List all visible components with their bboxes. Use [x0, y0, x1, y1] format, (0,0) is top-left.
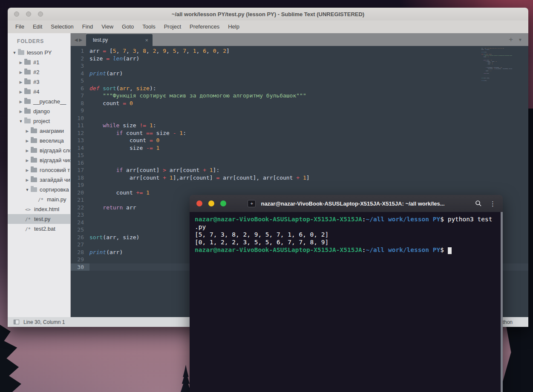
chevron-right-icon[interactable]: ▶ — [18, 70, 23, 74]
terminal-window-controls — [196, 200, 226, 206]
line-number: 23 — [71, 211, 89, 219]
chevron-right-icon[interactable]: ▶ — [18, 90, 23, 94]
chevron-right-icon[interactable]: ▶ — [25, 139, 30, 143]
chevron-down-icon[interactable]: ▼ — [18, 119, 23, 123]
menu-item-find[interactable]: Find — [78, 20, 97, 33]
line-number: 30 — [71, 263, 89, 271]
terminal-titlebar[interactable]: + nazar@nazar-VivoBook-ASUSLaptop-X515JA… — [190, 195, 503, 212]
terminal-minimize-button[interactable] — [208, 200, 214, 206]
chevron-right-icon[interactable]: ▶ — [25, 158, 30, 163]
sidebar-item[interactable]: ▼lesson PY — [8, 48, 70, 57]
sidebar-item[interactable]: <>index.html — [8, 204, 70, 214]
tab-testpy[interactable]: test.py × — [86, 34, 153, 46]
chevron-right-icon[interactable]: ▶ — [25, 178, 30, 182]
code-line: 14 size -= 1 — [71, 144, 528, 152]
search-icon[interactable] — [475, 200, 482, 207]
code-text: print(arr) — [89, 70, 528, 77]
sidebar-item[interactable]: ▶загайдай чи — [8, 175, 70, 185]
tab-nav-right-icon[interactable]: ▶ — [79, 37, 83, 42]
line-number: 1 — [71, 47, 89, 55]
chevron-right-icon[interactable]: ▶ — [18, 100, 23, 104]
tab-nav-left-icon[interactable]: ◀ — [75, 37, 78, 42]
sidebar-item-label: test.py — [34, 216, 50, 222]
sidebar-item[interactable]: /*main.py — [8, 195, 70, 204]
code-line: 7 """Функція сортирує масив за допомогою… — [71, 92, 528, 100]
menu-item-preferences[interactable]: Preferences — [185, 20, 224, 33]
sidebar-item[interactable]: ▶відгадай чис — [8, 155, 70, 165]
sidebar-item-label: сортировка — [40, 186, 69, 193]
line-number: 19 — [71, 181, 89, 189]
code-line: 15 — [71, 152, 528, 159]
code-text — [89, 159, 528, 167]
chevron-down-icon[interactable]: ▼ — [25, 188, 30, 192]
sidebar-item[interactable]: ▶анаграми — [8, 126, 70, 136]
sidebar-item-label: __pycache__ — [33, 98, 66, 105]
terminal-line: nazar@nazar-VivoBook-ASUSLaptop-X515JA-X… — [195, 246, 498, 254]
line-number: 12 — [71, 129, 89, 137]
chevron-right-icon[interactable]: ▶ — [18, 80, 23, 84]
sidebar-item[interactable]: ▼сортировка — [8, 185, 70, 195]
menu-item-selection[interactable]: Selection — [46, 20, 78, 33]
window-titlebar[interactable]: ~/all work/lesson PY/test.py (lesson PY)… — [8, 8, 528, 20]
menu-item-edit[interactable]: Edit — [29, 20, 46, 33]
chevron-right-icon[interactable]: ▶ — [18, 109, 23, 114]
code-text: arr = [5, 7, 3, 8, 2, 9, 5, 7, 1, 6, 0, … — [89, 47, 528, 55]
sidebar-item[interactable]: /*test.py — [8, 214, 70, 224]
sidebar-item[interactable]: ▶#3 — [8, 77, 70, 87]
menu-bar: FileEditSelectionFindViewGotoToolsProjec… — [8, 20, 528, 33]
sidebar-item-label: загайдай чи — [40, 177, 70, 183]
menu-item-project[interactable]: Project — [160, 20, 185, 33]
tab-close-icon[interactable]: × — [145, 37, 148, 43]
code-text: if arr[count] > arr[count + 1]: — [89, 166, 528, 174]
minimap[interactable]: arr = [5, 7, 3, 8, 2, 9, 5, 7, 1, 6, 0, … — [481, 48, 512, 112]
terminal-close-button[interactable] — [196, 200, 202, 206]
terminal-maximize-button[interactable] — [220, 200, 226, 206]
folder-icon — [24, 99, 31, 104]
line-number: 22 — [71, 204, 89, 212]
folder-icon — [24, 89, 31, 94]
sidebar-item-label: index.html — [34, 206, 59, 212]
line-number: 5 — [71, 77, 89, 85]
menu-item-file[interactable]: File — [11, 20, 29, 33]
chevron-right-icon[interactable]: ▶ — [25, 149, 30, 153]
code-text: count = 0 — [89, 100, 528, 107]
menu-item-tools[interactable]: Tools — [138, 20, 159, 33]
sidebar-item[interactable]: ▶веселица — [8, 136, 70, 146]
sidebar-item[interactable]: ▶відгадай сло — [8, 146, 70, 155]
menu-item-goto[interactable]: Goto — [118, 20, 138, 33]
line-number: 28 — [71, 249, 89, 256]
new-tab-icon[interactable]: + — [504, 35, 517, 44]
sidebar-item[interactable]: /*test2.bat — [8, 224, 70, 234]
chevron-right-icon[interactable]: ▶ — [18, 60, 23, 65]
terminal-scrollbar[interactable] — [501, 212, 503, 392]
sidebar-item[interactable]: ▶__pycache__ — [8, 97, 70, 106]
sidebar-item[interactable]: ▶django — [8, 106, 70, 116]
folder-icon — [24, 70, 31, 74]
folder-icon — [31, 187, 37, 192]
sidebar-item[interactable]: ▶#4 — [8, 87, 70, 97]
code-text: if count == size - 1: — [89, 129, 528, 137]
sidebar-item[interactable]: ▼project — [8, 116, 70, 126]
code-line: 19 — [71, 181, 528, 189]
line-number: 11 — [71, 122, 89, 129]
sidebar-item[interactable]: ▶#1 — [8, 57, 70, 67]
kebab-menu-icon[interactable]: ⋮ — [490, 200, 496, 207]
menu-item-view[interactable]: View — [97, 20, 118, 33]
chevron-down-icon[interactable]: ▼ — [12, 51, 17, 55]
code-text — [89, 77, 528, 85]
tab-overflow-icon[interactable]: ▼ — [517, 37, 528, 42]
terminal-output[interactable]: nazar@nazar-VivoBook-ASUSLaptop-X515JA-X… — [190, 212, 503, 392]
code-line: 9 — [71, 107, 528, 114]
folder-icon — [24, 80, 31, 84]
sidebar-item[interactable]: ▶голосовий т — [8, 165, 70, 175]
terminal-line: [0, 1, 2, 2, 3, 5, 5, 6, 7, 7, 8, 9] — [195, 238, 498, 246]
sidebar-item[interactable]: ▶#2 — [8, 67, 70, 77]
sidebar-toggle-icon[interactable] — [14, 320, 19, 324]
line-number: 25 — [71, 226, 89, 234]
chevron-right-icon[interactable]: ▶ — [25, 129, 30, 133]
menu-item-help[interactable]: Help — [224, 20, 244, 33]
line-number: 4 — [71, 70, 89, 77]
code-text — [89, 152, 528, 159]
terminal-window: + nazar@nazar-VivoBook-ASUSLaptop-X515JA… — [190, 195, 503, 392]
chevron-right-icon[interactable]: ▶ — [25, 168, 30, 172]
